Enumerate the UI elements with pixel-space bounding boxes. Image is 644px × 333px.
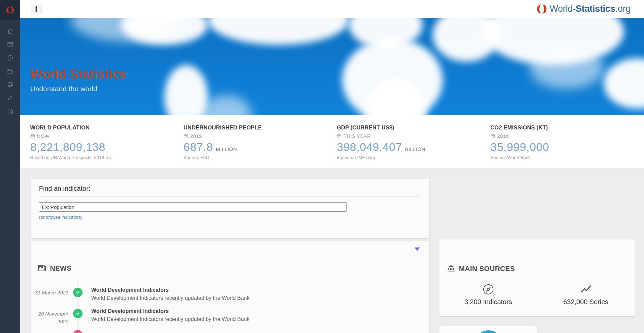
stat-value: 687.8MILLION	[183, 141, 328, 154]
stat-title: CO2 EMISSIONS (KT)	[490, 124, 635, 131]
stat-undernourished: UNDERNOURISHED PEOPLE 2019 687.8MILLION …	[183, 124, 328, 160]
cloud-shape	[530, 48, 604, 89]
sidebar-item-data[interactable]	[0, 38, 20, 51]
page-title: World Statistics	[30, 67, 126, 81]
sidebar-item-folder[interactable]	[0, 64, 20, 78]
divider	[39, 196, 421, 197]
sources-row: 3,200 Indicators 632,000 Series	[439, 284, 635, 306]
stat-world-population: WORLD POPULATION NOW 8,221,809,138 Based…	[30, 124, 174, 160]
brand-text-bold: Statistics	[576, 4, 615, 14]
news-item-date: 20 November 2020	[31, 310, 68, 325]
stat-period: THIS YEAR	[337, 133, 481, 139]
brand-text-suffix: .org	[615, 4, 631, 14]
news-item-description: World Development Indicators recently up…	[91, 295, 250, 301]
cloud-shape	[604, 58, 644, 109]
home-icon	[7, 27, 14, 35]
news-item-title: World Development Indicators	[91, 308, 250, 314]
news-item[interactable]: 20 November 2020 World Development Indic…	[31, 308, 400, 328]
stat-source: Source: World Bank	[490, 155, 635, 160]
check-icon	[75, 311, 80, 316]
cloud-shape	[208, 18, 349, 45]
stat-period-label: THIS YEAR	[343, 133, 371, 139]
news-item-body: World Development Indicators World Devel…	[91, 308, 250, 322]
news-card: NEWS 31 March 2021 World Development Ind…	[31, 241, 429, 333]
browse-indicators-link[interactable]: (or browse indicators)	[39, 215, 83, 220]
stat-number: 35,999,000	[490, 141, 549, 154]
bank-icon	[447, 264, 455, 273]
page-subtitle: Understand the world	[30, 85, 126, 93]
sidebar-item-links[interactable]	[0, 91, 20, 105]
sidebar-nav	[0, 24, 20, 118]
stat-value: 35,999,000	[490, 141, 635, 154]
series-count[interactable]: 632,000 Series	[537, 284, 635, 306]
check-badge	[73, 309, 83, 318]
calendar-icon	[490, 134, 495, 138]
stat-value: 8,221,809,138	[30, 141, 174, 154]
brand-o-icon	[537, 4, 547, 14]
stat-source: Source: FAO	[183, 155, 328, 160]
globe-image	[474, 330, 502, 333]
hero-banner: World Statistics Understand the world	[20, 18, 644, 115]
folder-icon	[7, 68, 14, 75]
calendar-icon	[7, 41, 14, 48]
calendar-icon	[337, 134, 341, 138]
cloud-shape	[201, 95, 252, 115]
stat-period: NOW	[30, 133, 174, 139]
stat-title: WORLD POPULATION	[30, 124, 174, 131]
brand-logo[interactable]: World-Statistics.org	[537, 4, 631, 14]
stat-period-label: 2016	[497, 133, 509, 139]
news-item-title: World Development Indicators	[91, 287, 250, 293]
collapse-triangle-icon[interactable]	[415, 247, 420, 251]
topbar: World-Statistics.org	[20, 0, 644, 18]
sidebar-item-globe[interactable]	[0, 78, 20, 91]
stat-co2: CO2 EMISSIONS (KT) 2016 35,999,000 Sourc…	[490, 124, 635, 160]
info-icon	[7, 108, 14, 115]
cloud-shape	[164, 65, 208, 115]
news-item[interactable]: 31 March 2021 World Development Indicato…	[31, 287, 400, 307]
globe-icon	[7, 81, 14, 88]
indicators-count[interactable]: 3,200 Indicators	[439, 284, 537, 306]
stat-period: 2019	[183, 133, 328, 139]
calendar-icon	[30, 134, 35, 138]
news-item[interactable]	[31, 329, 400, 333]
check-icon	[75, 290, 80, 295]
hero-text: World Statistics Understand the world	[30, 67, 126, 93]
sidebar-item-about[interactable]	[0, 105, 20, 118]
brand-text-prefix: World-	[549, 4, 576, 14]
stat-title: GDP (CURRENT US$)	[337, 124, 481, 131]
calendar-icon	[183, 134, 188, 138]
check-badge	[73, 288, 83, 297]
trend-line-icon	[580, 284, 592, 295]
stat-value: 398,049.407BILLION	[337, 141, 481, 154]
find-indicator-title: Find an indicator:	[39, 185, 421, 192]
stat-period-label: NOW	[37, 133, 50, 139]
globe-card	[439, 326, 537, 333]
news-title: NEWS	[50, 264, 71, 272]
newspaper-icon	[38, 264, 47, 273]
event-badge	[73, 330, 83, 333]
indicator-search-input[interactable]	[39, 202, 347, 212]
stat-unit: MILLION	[216, 146, 237, 152]
stat-number: 398,049.407	[337, 141, 402, 154]
sidebar-item-dashboard[interactable]	[0, 51, 20, 64]
sidebar-item-home[interactable]	[0, 24, 20, 38]
indicators-count-label: 3,200 Indicators	[464, 298, 512, 306]
link-icon	[7, 95, 14, 102]
main-sources-title: MAIN SOURCES	[459, 265, 515, 273]
compass-icon	[483, 284, 494, 295]
stats-row: WORLD POPULATION NOW 8,221,809,138 Based…	[20, 115, 644, 168]
news-item-body: World Development Indicators World Devel…	[91, 287, 250, 301]
menu-button[interactable]	[31, 4, 42, 14]
stat-period-label: 2019	[190, 133, 202, 139]
stat-source: Based on UN World Prospects, 2019 rev.	[30, 155, 174, 160]
stat-title: UNDERNOURISHED PEOPLE	[183, 124, 328, 131]
news-item-description: World Development Indicators recently up…	[91, 316, 250, 322]
main-sources-header: MAIN SOURCES	[447, 264, 515, 273]
brand-o-icon	[6, 6, 14, 14]
dashboard-icon	[7, 54, 14, 61]
stat-gdp: GDP (CURRENT US$) THIS YEAR 398,049.407B…	[337, 124, 481, 160]
sidebar-logo[interactable]	[0, 0, 20, 20]
news-header: NEWS	[38, 264, 71, 273]
find-indicator-card: Find an indicator: (or browse indicators…	[31, 179, 429, 238]
main-sources-card: MAIN SOURCES 3,200 Indicators 632,000 Se…	[439, 239, 635, 316]
